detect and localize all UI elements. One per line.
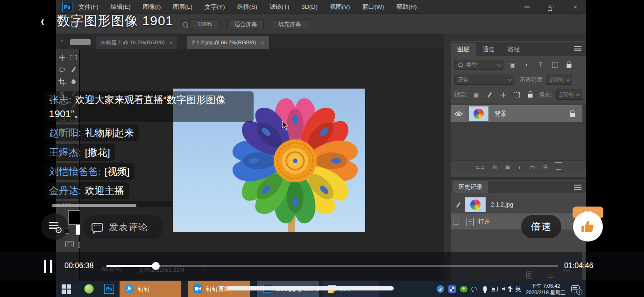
filter-text-icon[interactable]: T <box>536 61 545 69</box>
lock-all-icon[interactable] <box>525 91 535 98</box>
dingtalk-icon <box>125 284 134 293</box>
layer-filter-select[interactable]: 类型 <box>454 60 503 70</box>
history-open-row[interactable]: 打开 <box>451 214 582 229</box>
window-restore-button[interactable] <box>545 2 557 12</box>
taskbar-scrollbar[interactable] <box>227 286 394 290</box>
input-language-indicator[interactable]: 英 <box>515 285 521 293</box>
screen: Ps 文件(F) 编辑(E) 图像(I) 图层(L) 文字(Y) 选择(S) 滤… <box>0 0 644 297</box>
zoom-in-icon[interactable] <box>183 22 188 28</box>
taskbar-clock[interactable]: 下午 7:06:42 2020/2/19 星期三 <box>526 283 566 296</box>
doc-tab-untitled[interactable]: 未标题-1 @ 16.7%(RGB/8) × <box>96 36 178 49</box>
layer-row-background[interactable]: 背景 <box>451 105 582 122</box>
comment-placeholder: 发表评论 <box>109 221 148 234</box>
seek-bar[interactable] <box>106 265 558 267</box>
filter-adjustment-icon[interactable]: ◐ <box>522 61 531 69</box>
comment-input[interactable]: 发表评论 <box>83 215 163 239</box>
filter-smartobj-icon[interactable] <box>564 61 573 69</box>
action-center-icon[interactable]: 1 <box>571 285 580 292</box>
delete-layer-icon[interactable] <box>556 164 561 171</box>
history-tabbar: 历史记录 <box>451 181 586 193</box>
toolbar-collapse-icon[interactable]: « <box>61 38 64 43</box>
menu-help[interactable]: 帮助(H) <box>390 0 423 14</box>
lock-artboard-icon[interactable] <box>512 91 521 98</box>
blend-mode-select[interactable]: 正常 <box>454 75 514 85</box>
chat-username[interactable]: 刘恺怡爸爸: <box>49 166 101 177</box>
tab-close-icon[interactable]: × <box>261 39 264 46</box>
browser-icon[interactable] <box>84 284 94 294</box>
lasso-tool-icon[interactable] <box>58 66 66 74</box>
window-close-button[interactable]: × <box>569 2 581 12</box>
link-layers-icon[interactable]: ⊂⊃ <box>475 164 485 171</box>
start-button[interactable] <box>62 284 71 294</box>
chat-username[interactable]: 王煜杰: <box>49 147 81 158</box>
layer-thumbnail[interactable] <box>469 107 488 121</box>
menu-select[interactable]: 选择(S) <box>231 0 263 14</box>
volume-icon[interactable] <box>502 287 505 291</box>
tray-security-icon[interactable] <box>460 286 467 292</box>
menu-3d[interactable]: 3D(D) <box>295 0 324 14</box>
doc-tab-label: 2.1.2.jpg @ 66.7%(RGB/8) <box>192 40 256 45</box>
chat-text: 欢迎主播 <box>85 185 124 196</box>
history-brush-source-icon[interactable] <box>453 201 463 208</box>
usb-icon[interactable] <box>510 286 511 292</box>
tray-dingtalk-icon[interactable] <box>437 285 444 293</box>
back-button[interactable]: ‹ <box>41 13 44 29</box>
fill-input[interactable]: 100% <box>556 90 582 100</box>
tab-history[interactable]: 历史记录 <box>453 181 488 193</box>
window-minimize-button[interactable] <box>521 2 533 12</box>
adjustment-layer-icon[interactable]: ◐ <box>518 164 522 171</box>
history-snapshot-row[interactable]: 2.1.2.jpg <box>451 197 582 213</box>
quick-select-tool-icon[interactable] <box>70 66 78 74</box>
layer-name[interactable]: 背景 <box>495 110 507 118</box>
sign-in-button[interactable]: ✓ <box>41 213 68 240</box>
zoom-100-button[interactable]: 100% <box>189 19 220 29</box>
history-panel-menu-icon[interactable] <box>574 185 581 190</box>
lock-position-icon[interactable] <box>498 91 508 98</box>
chat-username[interactable]: 张志: <box>49 94 71 105</box>
tab-close-icon[interactable]: × <box>170 39 173 46</box>
menu-view[interactable]: 视图(V) <box>324 0 356 14</box>
history-checkbox[interactable] <box>453 219 459 225</box>
pause-button[interactable] <box>44 260 58 273</box>
fill-screen-button[interactable]: 填充屏幕 <box>270 19 309 29</box>
marquee-tool-icon[interactable] <box>70 54 78 62</box>
seek-handle[interactable] <box>152 262 160 270</box>
menu-type[interactable]: 文字(Y) <box>198 0 231 14</box>
fit-screen-button[interactable]: 适合屏幕 <box>227 19 264 29</box>
lock-pixels-icon[interactable] <box>485 91 494 98</box>
eyedropper-tool-icon[interactable] <box>70 78 78 86</box>
chat-message: 王煜杰:[撒花] <box>44 144 115 161</box>
doc-tab-212jpg[interactable]: 2.1.2.jpg @ 66.7%(RGB/8) × <box>187 36 269 49</box>
new-group-icon[interactable]: 🗀 <box>530 164 535 171</box>
layer-visibility-toggle[interactable] <box>451 105 467 122</box>
taskbar-dingtalk[interactable]: 钉钉 <box>120 281 181 297</box>
filter-shape-icon[interactable] <box>550 61 559 69</box>
layers-panel-menu-icon[interactable] <box>574 46 581 51</box>
chat-message: 刘恺怡爸爸:[视频] <box>44 163 134 180</box>
menu-window[interactable]: 窗口(W) <box>356 0 390 14</box>
history-snapshot-thumbnail[interactable] <box>466 198 485 212</box>
network-icon[interactable] <box>472 286 479 292</box>
filter-pixel-icon[interactable]: ▣ <box>508 61 517 69</box>
tab-channels[interactable]: 通道 <box>476 43 501 56</box>
chat-username[interactable]: 金丹达: <box>49 185 81 196</box>
taskbar-photoshop-icon[interactable]: Ps <box>104 284 114 294</box>
microphone-icon[interactable] <box>483 286 487 291</box>
new-layer-icon[interactable]: ⊞ <box>543 164 548 171</box>
move-tool-icon[interactable] <box>58 54 66 62</box>
opacity-input[interactable]: 100% <box>546 75 572 85</box>
battery-icon[interactable] <box>491 287 498 291</box>
lock-transparent-icon[interactable]: ▦ <box>471 91 481 98</box>
layer-style-icon[interactable]: fx <box>493 164 497 171</box>
tab-paths[interactable]: 路径 <box>501 43 526 56</box>
quick-mask-icon[interactable] <box>65 241 74 247</box>
tab-layers[interactable]: 图层 <box>451 43 476 56</box>
add-mask-icon[interactable]: ▣ <box>505 164 510 171</box>
like-button[interactable] <box>573 212 603 242</box>
chat-message: 张志:欢迎大家来观看直播“数字图形图像1901”。 <box>44 91 254 122</box>
tray-app-icon[interactable] <box>448 285 456 293</box>
menu-filter[interactable]: 滤镜(T) <box>263 0 296 14</box>
chat-username[interactable]: 赵昕阳: <box>49 127 81 138</box>
crop-tool-icon[interactable] <box>58 78 66 86</box>
playback-speed-button[interactable]: 倍速 <box>521 215 561 238</box>
